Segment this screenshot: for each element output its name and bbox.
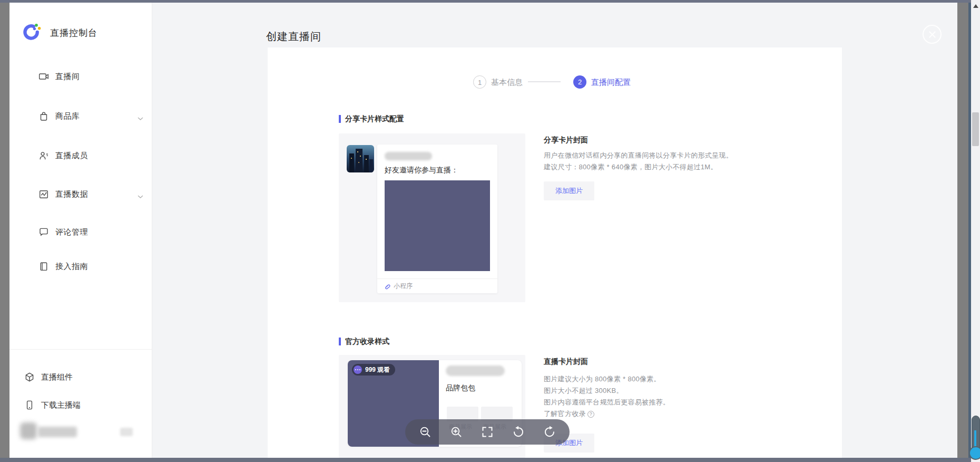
scrollbar-up-arrow-icon[interactable] <box>973 4 978 8</box>
step-connector <box>528 81 561 82</box>
app-logo-icon <box>22 22 41 41</box>
learn-official-listing-link[interactable]: 了解官方收录 ? <box>544 409 594 419</box>
step-2-label: 直播间配置 <box>591 78 631 88</box>
live-dots-icon <box>354 365 362 374</box>
cube-icon <box>24 372 35 382</box>
add-image-button[interactable]: 添加图片 <box>544 181 594 200</box>
live-cover-desc-line: 图片建议大小为 800像素 * 800像素。 <box>544 374 661 384</box>
sidebar-item-label: 直播数据 <box>55 189 88 199</box>
sidebar-item-integration-guide[interactable]: 接入指南 <box>19 259 161 274</box>
browser-scrollbar-track[interactable] <box>971 0 980 462</box>
share-cover-placeholder <box>385 180 490 271</box>
share-cover-desc-line: 用户在微信对话框内分享的直播间将以分享卡片的形式呈现。 <box>544 151 733 160</box>
scrollbar-thumb[interactable] <box>972 112 979 146</box>
sidebar-item-label: 直播成员 <box>55 151 88 161</box>
rotate-right-icon[interactable] <box>543 426 556 438</box>
sidebar-item-label: 接入指南 <box>55 262 88 272</box>
sidebar-item-live-components[interactable]: 直播组件 <box>9 370 152 384</box>
sidebar-item-label: 直播间 <box>55 72 80 82</box>
step-1-label: 基本信息 <box>491 78 523 88</box>
mini-program-footer: 小程序 <box>377 278 497 293</box>
members-icon <box>38 150 49 161</box>
zoom-in-icon[interactable] <box>450 426 463 438</box>
viewers-count: 999 观看 <box>365 365 390 374</box>
official-section-title: 官方收录样式 <box>345 337 389 346</box>
sidebar-item-label: 评论管理 <box>55 227 88 237</box>
link-icon <box>384 283 390 290</box>
viewers-badge: 999 观看 <box>352 364 395 376</box>
account-name-redacted <box>38 427 77 437</box>
share-cover-heading: 分享卡片封面 <box>544 136 588 145</box>
frame-top-bar <box>0 0 980 3</box>
section-accent-bar <box>339 338 341 345</box>
share-cover-desc-line: 建议尺寸：800像素 * 640像素，图片大小不得超过1M。 <box>544 162 718 172</box>
frame-bottom-bar <box>0 458 971 462</box>
guide-book-icon <box>38 261 49 272</box>
live-subtitle: 品牌包包 <box>446 383 475 393</box>
close-icon <box>928 31 936 38</box>
close-button[interactable] <box>923 25 942 44</box>
account-badge-redacted <box>120 428 133 436</box>
page-title: 创建直播间 <box>266 30 321 44</box>
shopping-bag-icon <box>38 111 49 121</box>
fullscreen-icon[interactable] <box>481 426 494 438</box>
zoom-out-icon[interactable] <box>419 426 432 438</box>
live-cover-heading: 直播卡片封面 <box>544 357 588 367</box>
sidebar-item-comment-management[interactable]: 评论管理 <box>19 225 161 239</box>
app-title: 直播控制台 <box>50 27 97 39</box>
video-camera-icon <box>38 71 49 82</box>
step-2-circle: 2 <box>573 75 586 89</box>
sidebar-item-label: 商品库 <box>55 111 80 121</box>
chevron-down-icon[interactable] <box>138 191 143 201</box>
chat-name-redacted <box>385 152 432 160</box>
step-1-circle: 1 <box>473 75 486 89</box>
sidebar-item-download-host-app[interactable]: 下载主播端 <box>9 398 152 412</box>
sidebar-item-live-room[interactable]: 直播间 <box>19 69 161 84</box>
avatar[interactable] <box>20 422 37 439</box>
chart-icon <box>38 189 49 199</box>
sidebar-item-live-data[interactable]: 直播数据 <box>19 187 161 201</box>
image-preview-toolbar <box>405 419 570 445</box>
help-question-icon: ? <box>587 411 594 418</box>
mini-program-label: 小程序 <box>394 282 413 291</box>
live-title-redacted <box>446 365 505 376</box>
frame-left-strip <box>0 3 9 458</box>
sidebar: 直播控制台 直播间 商品库 直播成员 <box>9 3 152 458</box>
touch-cursor-ball <box>969 446 980 460</box>
invite-text: 好友邀请你参与直播： <box>385 166 458 175</box>
chevron-down-icon[interactable] <box>138 113 143 123</box>
rotate-left-icon[interactable] <box>512 426 525 438</box>
sidebar-item-live-members[interactable]: 直播成员 <box>19 148 161 163</box>
comment-icon <box>38 227 49 237</box>
share-section-title: 分享卡片样式配置 <box>345 114 404 124</box>
frame-right-strip <box>957 3 968 458</box>
sidebar-divider <box>9 349 152 350</box>
sidebar-item-label: 直播组件 <box>41 372 73 382</box>
link-text: 了解官方收录 <box>544 409 586 419</box>
screen: 直播控制台 直播间 商品库 直播成员 <box>0 0 980 462</box>
sender-avatar-image <box>347 145 374 172</box>
live-cover-desc-line: 图片内容遵循平台规范后更容易被推荐。 <box>544 398 670 407</box>
section-accent-bar <box>339 115 341 123</box>
live-cover-desc-line: 图片大小不超过 300KB。 <box>544 386 623 396</box>
sidebar-item-label: 下载主播端 <box>41 400 81 410</box>
phone-icon <box>24 400 35 410</box>
sidebar-item-product-library[interactable]: 商品库 <box>19 109 161 123</box>
